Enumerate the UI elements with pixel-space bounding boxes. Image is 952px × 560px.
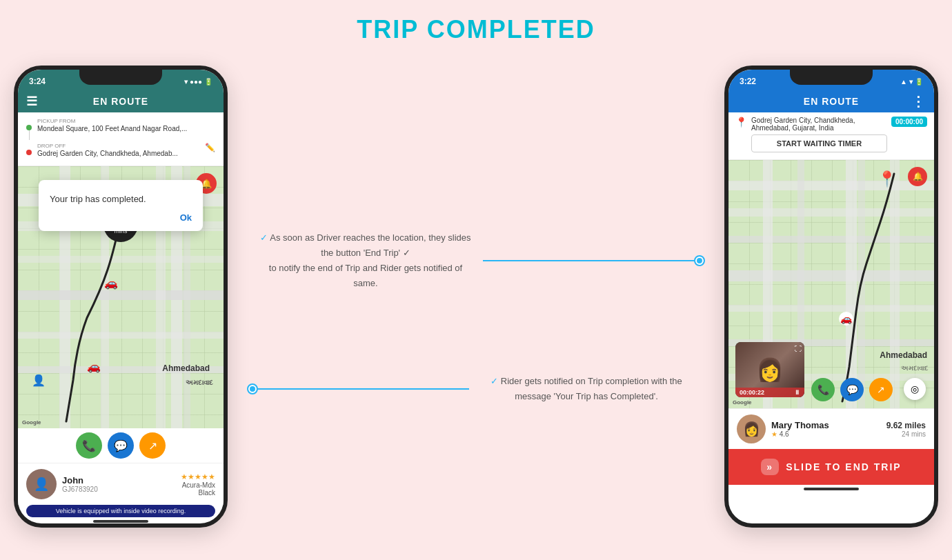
action-icons-row: 📞 💬 ↗ bbox=[18, 428, 224, 463]
dropoff-address: Godrej Garden City, Chandkheda, Ahmedab.… bbox=[37, 150, 178, 157]
rider-rating: ★ 4.6 bbox=[771, 430, 881, 438]
dialog-ok-button[interactable]: Ok bbox=[180, 212, 192, 223]
driver-car: Acura-Mdx bbox=[181, 481, 215, 489]
annotation-first-text: ✓ As soon as Driver reaches the location… bbox=[248, 230, 483, 291]
right-address-bar: 📍 Godrej Garden City, Chandkheda, Ahmeda… bbox=[728, 112, 934, 160]
check-icon-first: ✓ bbox=[260, 232, 270, 243]
edit-icon[interactable]: ✏️ bbox=[205, 143, 215, 152]
rider-pin: 👤 bbox=[32, 374, 46, 387]
left-header-title: EN ROUTE bbox=[93, 96, 148, 107]
rating-value: 4.6 bbox=[780, 430, 789, 438]
annot-dot-second-left bbox=[248, 385, 257, 393]
car-icon: 🚗 bbox=[104, 277, 118, 290]
rider-info-section: 👩 Mary Thomas ★ 4.6 9.62 miles 24 mins bbox=[728, 408, 934, 449]
right-address-text: Godrej Garden City, Chandkheda, Ahmedaba… bbox=[751, 117, 887, 132]
annotation-second-text: ✓ Rider gets notified on Trip completion… bbox=[469, 374, 704, 404]
driver-car-color: Black bbox=[181, 489, 215, 497]
driver-avatar: 👤 bbox=[26, 469, 57, 499]
annotation-first-text-1: As soon as Driver reaches the location, … bbox=[269, 232, 471, 288]
wifi-icon-right: ▾ bbox=[909, 78, 913, 86]
more-icon[interactable]: ⋮ bbox=[911, 93, 926, 110]
city-label-guj: અમદાવાદ bbox=[186, 379, 213, 387]
left-status-icons: ▾ ●●● 🔋 bbox=[184, 78, 212, 86]
trip-stats: 9.62 miles 24 mins bbox=[886, 421, 926, 438]
destination-pin-right: 📍 bbox=[877, 170, 896, 188]
share-button-right[interactable]: ↗ bbox=[869, 378, 893, 401]
rider-avatar: 👩 bbox=[737, 414, 766, 443]
driver-rating: ★★★★★ bbox=[181, 472, 215, 481]
city-label-en-right: Ahmedabad bbox=[880, 350, 927, 360]
right-status-time: 3:22 bbox=[740, 77, 756, 86]
share-button[interactable]: ↗ bbox=[139, 432, 166, 459]
right-map: 📍 🚗 🔔 Ahmedabad અમદાવાદ 👩 ⛶ 00:00:22 ⏸ bbox=[728, 160, 934, 408]
page-title: TRIP COMPLETED bbox=[0, 0, 952, 44]
slide-label: SLIDE TO END TRIP bbox=[786, 461, 902, 472]
location-icon: 📍 bbox=[735, 117, 747, 128]
battery-icon-right: 🔋 bbox=[915, 78, 923, 86]
pickup-dot bbox=[26, 125, 32, 130]
driver-id: GJ6783920 bbox=[62, 486, 175, 493]
star-icon: ★ bbox=[771, 430, 777, 438]
annot-dot-first-right bbox=[695, 257, 704, 265]
driver-info-section: 👤 John GJ6783920 ★★★★★ Acura-Mdx Black bbox=[18, 463, 224, 505]
dropoff-label: DROP OFF bbox=[37, 143, 199, 149]
phone-call-button-right[interactable]: 📞 bbox=[811, 378, 835, 401]
right-phone-header: EN ROUTE ⋮ bbox=[728, 90, 934, 112]
annotation-section: ✓ As soon as Driver reaches the location… bbox=[228, 189, 724, 405]
home-indicator-right bbox=[804, 488, 859, 490]
left-address-bar: PICKUP FROM Mondeal Square, 100 Feet Ana… bbox=[18, 112, 224, 166]
right-status-icons: ▲ ▾ 🔋 bbox=[900, 78, 923, 86]
wifi-icon: ▾ bbox=[184, 78, 188, 86]
slide-to-end-button[interactable]: » SLIDE TO END TRIP bbox=[728, 449, 934, 485]
video-timer: 00:00:22 ⏸ bbox=[735, 388, 804, 397]
rider-name: Mary Thomas bbox=[771, 420, 881, 430]
dropoff-dot bbox=[26, 150, 32, 155]
driver-name: John bbox=[62, 475, 175, 486]
trip-time: 24 mins bbox=[886, 430, 926, 438]
pause-icon[interactable]: ⏸ bbox=[794, 389, 800, 396]
left-phone-header: ☰ EN ROUTE bbox=[18, 90, 224, 112]
hamburger-icon[interactable]: ☰ bbox=[26, 94, 38, 109]
dialog-text: Your trip has completed. bbox=[50, 194, 192, 204]
annotation-first: ✓ As soon as Driver reaches the location… bbox=[248, 230, 704, 291]
car-pin-bottom: 🚗 bbox=[87, 360, 101, 373]
timer-badge: 00:00:00 bbox=[891, 117, 927, 127]
slide-arrows-icon: » bbox=[761, 459, 779, 475]
car-icon-right: 🚗 bbox=[839, 312, 853, 326]
signal-icon-right: ▲ bbox=[900, 78, 907, 86]
phone-notch-right bbox=[790, 70, 873, 85]
google-label-right: Google bbox=[733, 399, 752, 406]
chat-button-right[interactable]: 💬 bbox=[840, 378, 864, 401]
annot-line-first-right bbox=[483, 260, 695, 261]
signal-icon: ●●● bbox=[190, 78, 202, 86]
annotation-second-text-1: Rider gets notified on Trip completion w… bbox=[501, 376, 682, 401]
annotation-second: ✓ Rider gets notified on Trip completion… bbox=[248, 374, 704, 404]
miles-distance: 9.62 miles bbox=[886, 421, 926, 430]
location-target-button[interactable]: ◎ bbox=[904, 378, 926, 400]
pickup-address: Mondeal Square, 100 Feet Anand Nagar Roa… bbox=[37, 125, 187, 132]
video-person-icon: 👩 bbox=[756, 357, 784, 383]
expand-icon[interactable]: ⛶ bbox=[795, 345, 802, 352]
phone-call-button[interactable]: 📞 bbox=[76, 432, 102, 459]
city-label-guj-right: અમદાવાદ bbox=[901, 364, 929, 372]
recording-notice: Vehicle is equipped with inside video re… bbox=[26, 505, 215, 517]
battery-icon: 🔋 bbox=[204, 78, 212, 86]
video-overlay[interactable]: 👩 ⛶ 00:00:22 ⏸ bbox=[735, 342, 804, 397]
home-indicator-left bbox=[93, 520, 148, 523]
trip-completed-dialog[interactable]: Your trip has completed. Ok bbox=[39, 180, 203, 231]
bell-button-right[interactable]: 🔔 bbox=[908, 167, 927, 186]
city-label-en: Ahmedabad bbox=[162, 363, 210, 373]
driver-details: John GJ6783920 bbox=[62, 475, 175, 493]
annot-line-second-left bbox=[257, 388, 469, 390]
google-label-left: Google bbox=[22, 419, 41, 426]
rider-details: Mary Thomas ★ 4.6 bbox=[771, 420, 881, 438]
pickup-label: PICKUP FROM bbox=[37, 118, 187, 124]
left-phone: 3:24 ▾ ●●● 🔋 ☰ EN ROUTE PICKUP FROM Mond… bbox=[14, 66, 228, 528]
left-status-time: 3:24 bbox=[29, 77, 46, 86]
check-icon-second: ✓ bbox=[490, 376, 501, 386]
right-header-title: EN ROUTE bbox=[804, 96, 859, 107]
video-timer-text: 00:00:22 bbox=[740, 389, 764, 396]
wait-timer-button[interactable]: START WAITING TIMER bbox=[751, 134, 887, 152]
chat-button[interactable]: 💬 bbox=[108, 432, 134, 459]
phone-notch-left bbox=[79, 70, 162, 85]
